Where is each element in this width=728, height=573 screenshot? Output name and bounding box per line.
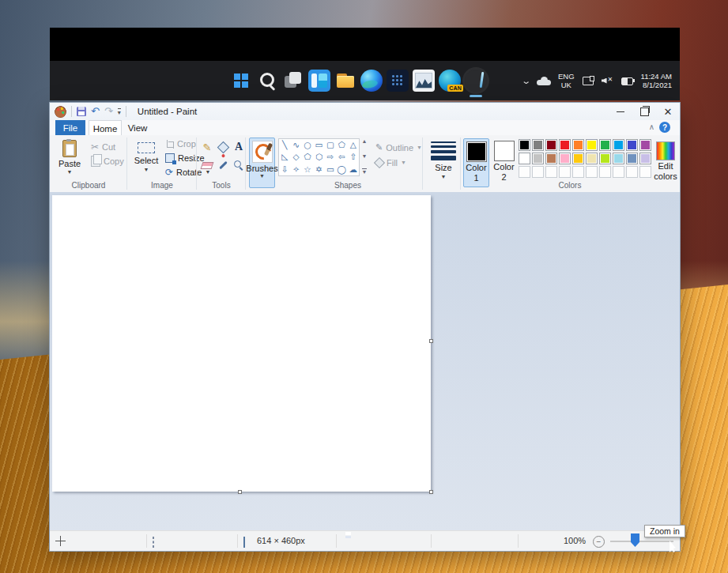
shape-six-point-star[interactable]: ✡ — [315, 164, 323, 175]
magnifier-tool[interactable] — [232, 160, 245, 171]
palette-swatch-empty[interactable] — [639, 166, 651, 178]
paste-button[interactable]: Paste ▼ — [56, 138, 83, 187]
zoom-out-button[interactable]: − — [593, 536, 605, 548]
save-icon[interactable] — [77, 107, 86, 116]
palette-swatch[interactable] — [519, 153, 530, 164]
palette-swatch[interactable] — [545, 153, 557, 164]
palette-swatch-empty[interactable] — [626, 166, 638, 178]
display-icon[interactable] — [582, 76, 594, 86]
shape-rounded-callout[interactable]: ▭ — [326, 164, 334, 175]
shape-arrow-up[interactable]: ⇧ — [349, 152, 356, 162]
palette-swatch[interactable] — [613, 139, 624, 151]
minimize-button[interactable] — [609, 103, 632, 120]
zoom-slider-track[interactable] — [610, 541, 673, 542]
paint-canvas[interactable] — [52, 195, 431, 492]
palette-swatch-empty[interactable] — [559, 166, 571, 178]
battery-icon[interactable] — [621, 76, 634, 86]
edge-icon[interactable] — [360, 70, 383, 92]
start-icon[interactable] — [230, 70, 252, 92]
canvas-resize-handle-right[interactable] — [429, 339, 433, 343]
file-explorer-icon[interactable] — [334, 70, 356, 92]
shape-four-point-star[interactable]: ✧ — [292, 164, 300, 175]
color1-button[interactable]: Color 1 — [463, 138, 489, 187]
shape-diamond[interactable]: ◇ — [293, 152, 300, 162]
shape-hexagon[interactable]: ⬡ — [315, 152, 323, 162]
palette-swatch[interactable] — [599, 139, 611, 151]
palette-swatch-empty[interactable] — [586, 166, 598, 178]
shape-cloud-callout[interactable]: ☁ — [349, 164, 358, 175]
shape-oval-callout[interactable]: ◯ — [337, 164, 346, 175]
palette-swatch[interactable] — [639, 153, 651, 164]
palette-swatch[interactable] — [572, 153, 584, 164]
palette-swatch[interactable] — [626, 153, 638, 164]
shape-arrow-down[interactable]: ⇩ — [281, 164, 289, 175]
color2-button[interactable]: Color 2 — [491, 138, 517, 187]
palette-swatch[interactable] — [599, 153, 611, 164]
pencil-tool[interactable]: ✎ — [201, 141, 213, 153]
customize-qat-icon[interactable]: ▾ — [118, 108, 121, 115]
shape-pentagon[interactable]: ⬠ — [304, 152, 311, 162]
fill-button[interactable]: Fill ▼ — [375, 158, 406, 168]
shape-rectangle[interactable]: ▭ — [315, 140, 323, 150]
brushes-button[interactable]: Brushes ▼ — [249, 138, 275, 188]
palette-swatch-empty[interactable] — [545, 166, 557, 178]
close-button[interactable]: ✕ — [656, 103, 680, 120]
shapes-scrollbar[interactable]: ▲ ▼ ▼ — [360, 138, 368, 175]
widgets-icon[interactable] — [308, 70, 330, 92]
tab-view[interactable]: View — [123, 120, 152, 135]
eraser-tool[interactable] — [201, 160, 213, 171]
shapes-more-icon[interactable]: ▼ — [362, 168, 368, 175]
camtasia-icon[interactable]: CAN — [439, 70, 461, 92]
size-button[interactable]: Size ▼ — [427, 138, 460, 187]
fill-tool[interactable] — [217, 141, 229, 153]
canvas-resize-handle-corner[interactable] — [429, 490, 433, 494]
shapes-scroll-up-icon[interactable]: ▲ — [362, 138, 368, 144]
undo-icon[interactable]: ↶ — [91, 107, 100, 116]
outline-button[interactable]: ✎ Outline ▼ — [375, 142, 422, 153]
language-indicator[interactable]: ENG UK — [558, 72, 575, 89]
palette-swatch-empty[interactable] — [613, 166, 624, 178]
color-picker-tool[interactable] — [217, 160, 229, 171]
search-icon[interactable] — [256, 70, 278, 92]
crop-button[interactable]: Crop — [165, 139, 196, 149]
palette-swatch[interactable] — [545, 139, 557, 151]
resize-button[interactable]: Resize — [165, 153, 205, 163]
cut-button[interactable]: ✂ Cut — [91, 141, 115, 153]
text-tool[interactable]: A — [232, 141, 245, 153]
palette-swatch[interactable] — [532, 139, 544, 151]
shape-arrow-right[interactable]: ⇨ — [327, 152, 334, 162]
palette-swatch-empty[interactable] — [519, 166, 530, 178]
select-button[interactable]: Select ▼ — [132, 138, 160, 187]
clock[interactable]: 11:24 AM 8/1/2021 — [641, 72, 672, 90]
shape-line[interactable]: ╲ — [282, 140, 287, 150]
volume-muted-icon[interactable] — [602, 76, 614, 86]
palette-swatch[interactable] — [572, 139, 584, 151]
paint-icon[interactable] — [465, 70, 487, 92]
palette-swatch-empty[interactable] — [599, 166, 611, 178]
collapse-ribbon-icon[interactable]: ∧ — [649, 123, 654, 131]
shape-arrow-left[interactable]: ⇦ — [338, 152, 345, 162]
palette-swatch[interactable] — [559, 139, 571, 151]
restore-button[interactable] — [632, 103, 656, 120]
tab-file[interactable]: File — [55, 120, 85, 135]
palette-swatch[interactable] — [532, 153, 544, 164]
onedrive-cloud-icon[interactable] — [537, 77, 551, 85]
palette-swatch[interactable] — [639, 139, 651, 151]
edit-colors-button[interactable]: Edit colors — [653, 138, 678, 187]
palette-swatch[interactable] — [626, 139, 638, 151]
palette-swatch[interactable] — [613, 153, 624, 164]
palette-swatch[interactable] — [559, 153, 571, 164]
shape-oval[interactable]: ○ — [304, 140, 311, 150]
palette-swatch[interactable] — [519, 139, 530, 151]
tab-home[interactable]: Home — [89, 120, 122, 136]
paint-app-icon[interactable] — [55, 106, 66, 118]
palette-swatch-empty[interactable] — [572, 166, 584, 178]
shape-triangle[interactable]: △ — [350, 140, 356, 150]
help-button[interactable]: ? — [659, 122, 670, 133]
redo-icon[interactable]: ↷ — [104, 107, 113, 116]
shape-rounded-rectangle[interactable]: ▢ — [326, 140, 334, 150]
shapes-scroll-down-icon[interactable]: ▼ — [362, 153, 368, 159]
shape-five-point-star[interactable]: ☆ — [304, 164, 311, 175]
palette-swatch[interactable] — [586, 139, 598, 151]
photos-icon[interactable] — [413, 70, 435, 92]
